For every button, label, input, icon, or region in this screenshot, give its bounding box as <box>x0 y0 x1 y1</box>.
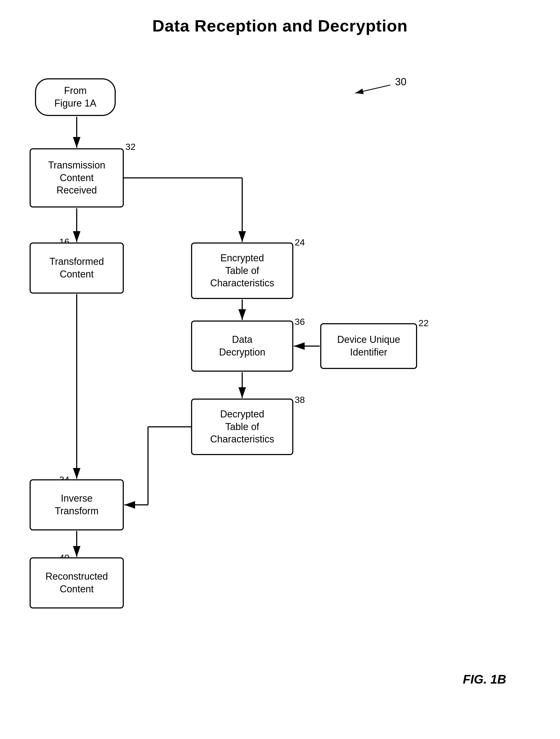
page-title: Data Reception and Decryption <box>0 0 560 46</box>
encrypted-table-box: EncryptedTable ofCharacteristics <box>191 243 293 299</box>
ref-38: 38 <box>295 395 305 405</box>
ref-24: 24 <box>295 237 305 248</box>
data-decryption-box: DataDecryption <box>191 320 293 372</box>
reconstructed-content-box: ReconstructedContent <box>30 557 124 608</box>
arrows-svg <box>0 46 560 719</box>
ref-36: 36 <box>295 316 305 327</box>
transformed-content-box: TransformedContent <box>30 243 124 294</box>
device-unique-box: Device UniqueIdentifier <box>320 323 417 369</box>
transmission-content-box: TransmissionContentReceived <box>30 148 124 207</box>
ref-22: 22 <box>418 318 429 328</box>
ref-32: 32 <box>125 142 136 152</box>
ref-30: 30 <box>395 76 406 88</box>
inverse-transform-box: InverseTransform <box>30 479 124 531</box>
fig-label: FIG. 1B <box>463 672 506 687</box>
svg-line-13 <box>355 85 390 93</box>
diagram-area: FromFigure 1A 32 TransmissionContentRece… <box>0 46 560 719</box>
decrypted-table-box: DecryptedTable ofCharacteristics <box>191 399 293 455</box>
from-figure-box: FromFigure 1A <box>35 78 116 116</box>
